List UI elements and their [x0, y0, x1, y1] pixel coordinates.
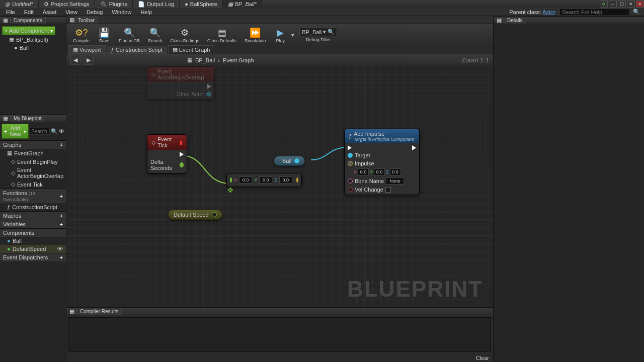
add-graph-button[interactable]: +	[60, 142, 63, 148]
play-button[interactable]: ▶Play	[270, 26, 290, 45]
node-event-tick[interactable]: ◇Event Tick▮ Delta Seconds	[147, 134, 187, 173]
title-tab-bpball[interactable]: ▦BP_Ball*	[223, 0, 262, 8]
exec-out-pin[interactable]	[180, 152, 184, 157]
default-speed-out-pin[interactable]	[212, 212, 217, 217]
maximize-button[interactable]: ☐	[618, 1, 626, 8]
search-icon[interactable]: 🔍	[51, 128, 58, 135]
details-header[interactable]: ▦ Details	[494, 16, 644, 24]
child-close-button[interactable]: ✕	[627, 1, 635, 8]
breadcrumb-root[interactable]: BP_Ball	[195, 57, 215, 63]
menu-view[interactable]: View	[61, 9, 82, 16]
nav-back-button[interactable]: ◀	[70, 56, 80, 65]
add-variable-button[interactable]: +	[60, 221, 63, 227]
node-make-vector[interactable]: X Y Z	[226, 173, 302, 187]
bone-name-input[interactable]	[386, 177, 404, 185]
ball-out-pin[interactable]	[294, 158, 299, 163]
vel-change-checkbox[interactable]	[385, 187, 391, 193]
add-function-button[interactable]: +	[60, 193, 63, 199]
graph-eventtick[interactable]: ◇Event Tick	[0, 180, 66, 189]
components-tab[interactable]: Components	[10, 17, 46, 24]
save-button[interactable]: 💾Save	[94, 26, 114, 45]
graph-eventgraph[interactable]: ▦EventGraph	[0, 149, 66, 157]
compiler-results-tab[interactable]: Compiler Results	[76, 308, 122, 315]
details-tab[interactable]: Details	[504, 17, 526, 24]
compiler-results-body[interactable]	[68, 317, 491, 352]
section-components[interactable]: Components	[0, 228, 66, 237]
component-root[interactable]: ▦BP_Ball(self)	[2, 35, 64, 44]
tab-construction-script[interactable]: ƒConstruction Script	[107, 46, 167, 54]
class-settings-button[interactable]: ⚙Class Settings	[167, 26, 203, 45]
tab-viewport[interactable]: ▦Viewport	[68, 45, 106, 54]
title-tab-untitled[interactable]: ◍Untitled*	[0, 0, 39, 8]
exec-in-pin[interactable]	[348, 145, 352, 150]
graph-beginplay[interactable]: ◇Event BeginPlay	[0, 157, 66, 166]
search-icon[interactable]: 🔍	[328, 29, 335, 35]
section-variables[interactable]: Variables+	[0, 220, 66, 228]
exec-out-pin[interactable]	[207, 84, 211, 89]
menu-window[interactable]: Window	[108, 9, 135, 16]
play-dropdown-icon[interactable]: ▾	[291, 32, 294, 38]
toolbar-tab[interactable]: Toolbar	[74, 17, 98, 24]
find-in-cb-button[interactable]: 🔍Find in CB	[115, 26, 143, 45]
target-pin[interactable]	[348, 153, 353, 158]
blueprint-search-input[interactable]	[30, 128, 50, 135]
vector-z-input[interactable]	[279, 176, 292, 184]
vector-out-pin[interactable]	[296, 177, 298, 183]
tab-event-graph[interactable]: ▦Event Graph	[168, 45, 215, 54]
impulse-y-input[interactable]	[374, 168, 385, 175]
simulation-button[interactable]: ⏩Simulation	[241, 26, 269, 45]
components-panel-header[interactable]: ▦ Components	[0, 16, 66, 24]
impulse-pin[interactable]	[348, 161, 353, 166]
node-ball-variable[interactable]: Ball	[274, 156, 305, 166]
my-blueprint-tab[interactable]: My Blueprint	[10, 115, 45, 122]
refresh-button[interactable]: ⟳	[600, 1, 608, 8]
compiler-results-header[interactable]: ▦ Compiler Results	[66, 307, 493, 315]
delta-seconds-pin[interactable]	[180, 162, 184, 167]
graph-beginoverlap[interactable]: ◇Event ActorBeginOverlap	[0, 166, 66, 180]
section-macros[interactable]: Macros+	[0, 211, 66, 220]
node-default-speed-variable[interactable]: Default Speed	[168, 210, 222, 220]
my-blueprint-header[interactable]: ▦ My Blueprint	[0, 114, 66, 122]
add-dispatcher-button[interactable]: +	[60, 254, 63, 260]
vel-change-pin[interactable]	[348, 187, 353, 192]
add-macro-button[interactable]: +	[60, 213, 63, 219]
title-tab-plugins[interactable]: 🔌Plugins	[95, 0, 133, 8]
breadcrumb-leaf[interactable]: Event Graph	[223, 57, 254, 63]
menu-help[interactable]: Help	[136, 9, 156, 16]
event-graph-canvas[interactable]: ◇Event ActorBeginOverlap Other Actor ◇Ev…	[66, 66, 493, 307]
compile-button[interactable]: ⚙?Compile	[69, 26, 93, 45]
vector-y-input[interactable]	[259, 176, 272, 184]
float-in-pin[interactable]	[230, 177, 232, 183]
section-graphs[interactable]: Graphs+	[0, 140, 66, 149]
component-ball[interactable]: ●Ball	[2, 44, 64, 52]
menu-edit[interactable]: Edit	[20, 9, 38, 16]
other-actor-pin[interactable]	[206, 92, 211, 97]
minimize-button[interactable]: –	[609, 1, 617, 8]
class-defaults-button[interactable]: ▤Class Defaults	[204, 26, 240, 45]
menu-debug[interactable]: Debug	[83, 9, 107, 16]
node-add-impulse[interactable]: ƒ Add Impulse Target is Primitive Compon…	[344, 129, 420, 195]
node-event-actor-begin-overlap[interactable]: ◇Event ActorBeginOverlap Other Actor	[147, 66, 215, 100]
vector-x-input[interactable]	[239, 176, 252, 184]
nav-forward-button[interactable]: ▶	[84, 56, 94, 65]
clear-button[interactable]: Clear	[476, 355, 489, 361]
eye-icon[interactable]: 👁	[57, 246, 63, 252]
close-button[interactable]: ✕	[636, 1, 644, 8]
menu-asset[interactable]: Asset	[39, 9, 61, 16]
bookmark-icon[interactable]: ▮	[180, 139, 183, 146]
section-functions[interactable]: Functions (18 Overridable)+	[0, 189, 66, 203]
search-button[interactable]: 🔍Search	[144, 26, 166, 45]
eye-icon[interactable]: 👁	[59, 128, 64, 134]
impulse-x-input[interactable]	[358, 168, 369, 175]
menu-file[interactable]: File	[2, 9, 19, 16]
title-tab-output-log[interactable]: 📄Output Log	[133, 0, 180, 8]
bone-name-pin[interactable]	[348, 178, 353, 184]
debug-object-select[interactable]: BP_Ball▾🔍	[299, 28, 337, 36]
details-body[interactable]	[494, 24, 644, 362]
help-search-input[interactable]	[559, 9, 630, 16]
search-icon[interactable]: 🔍	[633, 9, 640, 15]
title-tab-ballsphere[interactable]: ●BallSphere	[180, 0, 222, 8]
var-defaultspeed[interactable]: ●DefaultSpeed👁	[0, 245, 66, 253]
add-new-button[interactable]: + Add New ▾	[2, 124, 29, 139]
section-dispatchers[interactable]: Event Dispatchers+	[0, 253, 66, 261]
